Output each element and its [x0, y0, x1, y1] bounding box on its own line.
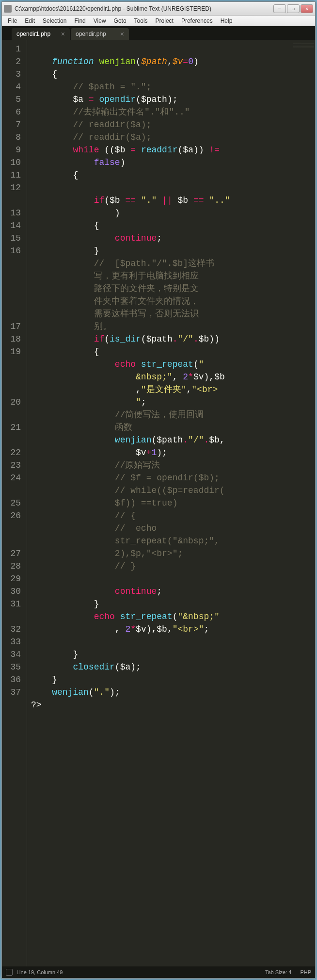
minimap-content [293, 43, 314, 120]
minimap[interactable] [292, 40, 315, 966]
menu-view[interactable]: View [90, 16, 110, 25]
minimize-button[interactable]: ─ [273, 4, 286, 13]
tab-label: opendir1.php [16, 31, 50, 37]
editor[interactable]: 123456789101112 13141516 171819 20 21 22… [2, 40, 315, 966]
menu-project[interactable]: Project [152, 16, 177, 25]
close-icon[interactable]: × [120, 30, 124, 38]
maximize-button[interactable]: ☐ [287, 4, 300, 13]
tab-bar: opendir1.php × opendir.php × [2, 26, 315, 40]
cursor-position[interactable]: Line 19, Column 49 [16, 969, 63, 975]
menu-goto[interactable]: Goto [110, 16, 130, 25]
sidebar-toggle-icon[interactable] [6, 969, 13, 976]
close-icon[interactable]: × [61, 30, 65, 38]
window-title: C:\xampp\htdocs\20161220\opendir1.php - … [15, 5, 273, 12]
menu-selection[interactable]: Selection [39, 16, 70, 25]
tab-size[interactable]: Tab Size: 4 [265, 969, 291, 975]
sublime-window: C:\xampp\htdocs\20161220\opendir1.php - … [1, 1, 316, 979]
close-button[interactable]: ✕ [301, 4, 313, 13]
menu-tools[interactable]: Tools [130, 16, 152, 25]
menu-find[interactable]: Find [70, 16, 89, 25]
app-icon [4, 5, 12, 13]
menu-preferences[interactable]: Preferences [177, 16, 217, 25]
window-controls: ─ ☐ ✕ [273, 4, 313, 13]
status-bar: Line 19, Column 49 Tab Size: 4 PHP [2, 966, 315, 978]
menu-help[interactable]: Help [217, 16, 237, 25]
tab-opendir[interactable]: opendir.php × [71, 28, 129, 40]
menu-bar: File Edit Selection Find View Goto Tools… [2, 16, 315, 26]
menu-edit[interactable]: Edit [21, 16, 39, 25]
tab-opendir1[interactable]: opendir1.php × [12, 28, 70, 40]
code-area[interactable]: function wenjian($path,$v=0) { // $path … [27, 40, 292, 966]
title-bar[interactable]: C:\xampp\htdocs\20161220\opendir1.php - … [2, 2, 315, 16]
tab-label: opendir.php [76, 31, 106, 37]
gutter: 123456789101112 13141516 171819 20 21 22… [2, 40, 27, 966]
syntax-mode[interactable]: PHP [300, 969, 311, 975]
menu-file[interactable]: File [4, 16, 21, 25]
